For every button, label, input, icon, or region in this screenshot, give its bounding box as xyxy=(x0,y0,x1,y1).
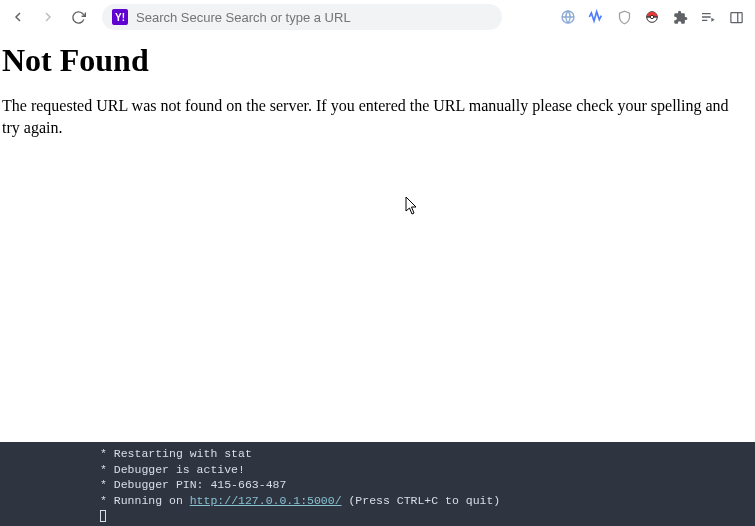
terminal-line: * Restarting with stat xyxy=(100,446,755,462)
terminal-cursor-line xyxy=(100,508,755,524)
back-button[interactable] xyxy=(6,5,30,29)
terminal-line: * Debugger is active! xyxy=(100,462,755,478)
svg-point-3 xyxy=(650,15,653,18)
page-content: Not Found The requested URL was not foun… xyxy=(0,34,755,142)
playlist-extension-icon[interactable] xyxy=(699,8,717,26)
wave-extension-icon[interactable] xyxy=(587,8,605,26)
error-body-line: The requested URL was not found on the s… xyxy=(2,95,753,117)
address-bar[interactable]: Y! xyxy=(102,4,502,30)
yahoo-icon: Y! xyxy=(112,9,128,25)
error-heading: Not Found xyxy=(2,42,753,79)
terminal-url: http://127.0.0.1:5000/ xyxy=(190,494,342,507)
reload-button[interactable] xyxy=(66,5,90,29)
browser-toolbar: Y! xyxy=(0,0,755,34)
extension-tray xyxy=(559,8,749,26)
error-body-line: try again. xyxy=(2,117,753,139)
forward-button[interactable] xyxy=(36,5,60,29)
terminal-panel[interactable]: * Restarting with stat * Debugger is act… xyxy=(0,442,755,526)
shield-extension-icon[interactable] xyxy=(615,8,633,26)
search-input[interactable] xyxy=(136,10,492,25)
mouse-cursor-icon xyxy=(405,196,419,216)
extensions-puzzle-icon[interactable] xyxy=(671,8,689,26)
terminal-cursor-icon xyxy=(100,510,106,522)
terminal-line: * Debugger PIN: 415-663-487 xyxy=(100,477,755,493)
pokeball-extension-icon[interactable] xyxy=(643,8,661,26)
globe-extension-icon[interactable] xyxy=(559,8,577,26)
panel-toggle-icon[interactable] xyxy=(727,8,745,26)
svg-rect-4 xyxy=(730,12,741,22)
terminal-line: * Running on http://127.0.0.1:5000/ (Pre… xyxy=(100,493,755,509)
